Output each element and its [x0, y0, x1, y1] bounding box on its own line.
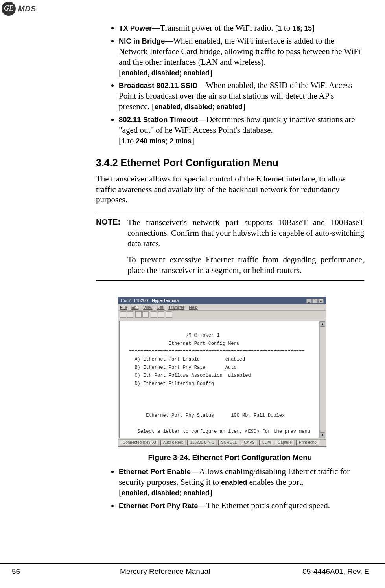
bullet-eth-phy-rate: Ethernet Port Phy Rate—The Ethernet port…: [119, 500, 364, 511]
t-status-l: Ethernet Port Phy Status: [146, 413, 214, 418]
minimize-icon[interactable]: _: [306, 299, 312, 303]
t-rowA-l: A) Ethernet Port Enable: [134, 357, 200, 362]
intro-paragraph: The transceiver allows for special contr…: [96, 174, 364, 205]
note-p2: To prevent excessive Ethernet traffic fr…: [127, 255, 364, 276]
sb-caps: CAPS: [241, 440, 257, 446]
footer-doc-id: 05-4446A01, Rev. E: [302, 567, 369, 576]
terminal-statusbar: Connected 0:49:03 Auto detect 115200 8-N…: [118, 439, 326, 446]
terminal-menubar: File Edit View Call Transfer Help: [118, 304, 326, 311]
t-rowB-l: B) Ethernet Port Phy Rate: [134, 365, 205, 370]
bullet-nic-bridge: NIC in Bridge—When enabled, the WiFi int…: [119, 36, 364, 78]
param-options: enabled, disabled; enabled: [122, 489, 210, 497]
param-desc-b: ]: [243, 102, 245, 111]
kw: enabled: [221, 478, 247, 486]
d2: enables the port.: [247, 477, 303, 487]
ge-logo-icon: GE: [2, 2, 16, 16]
menu-call[interactable]: Call: [157, 305, 164, 310]
note-row: NOTE: The transceiver's network port sup…: [96, 217, 364, 275]
sep: —: [198, 115, 206, 124]
content-column: TX Power—Transmit power of the WiFi radi…: [96, 23, 364, 513]
param-label: Broadcast 802.11 SSID: [119, 81, 198, 90]
bullet-eth-enable: Ethernet Port Enable—Allows enabling/dis…: [119, 466, 364, 498]
terminal-body-wrap: RM @ Tower 1 Ethernet Port Config Menu =…: [119, 321, 325, 438]
toolbar-icon[interactable]: [120, 311, 126, 318]
r-a: 1: [122, 137, 125, 145]
t-h1: RM @ Tower 1: [186, 333, 219, 338]
toolbar-icon[interactable]: [127, 311, 133, 318]
sb-echo: Print echo: [296, 440, 319, 446]
range-high: 18; 15: [292, 24, 312, 32]
r-c: 2 mins: [170, 137, 192, 145]
r-open: [: [119, 136, 122, 145]
sb-auto: Auto detect: [160, 440, 186, 446]
bullet-broadcast-ssid: Broadcast 802.11 SSID—When enabled, the …: [119, 80, 364, 112]
param-label: 802.11 Station Timeout: [119, 115, 198, 124]
bullet-station-timeout: 802.11 Station Timeout—Determines how qu…: [119, 114, 364, 146]
opt-open: [: [119, 488, 122, 497]
param-label: NIC in Bridge: [119, 37, 165, 45]
toolbar-icon[interactable]: [151, 311, 157, 318]
sb-rate: 115200 8-N-1: [187, 440, 217, 446]
terminal-title: Com1 115200 - HyperTerminal: [121, 298, 180, 303]
bullet-list-top: TX Power—Transmit power of the WiFi radi…: [96, 23, 364, 146]
param-options: enabled, disabled; enabled: [122, 69, 210, 77]
menu-transfer[interactable]: Transfer: [168, 305, 184, 310]
terminal-toolbar: [118, 311, 326, 320]
t-rowA-v: enabled: [225, 357, 245, 362]
range-close: ]: [312, 23, 315, 33]
terminal-body[interactable]: RM @ Tower 1 Ethernet Port Config Menu =…: [120, 321, 325, 438]
t-prompt: Select a letter to configure an item, <E…: [138, 429, 310, 434]
sb-scroll: SCROLL: [218, 440, 239, 446]
menu-file[interactable]: File: [120, 305, 127, 310]
close-icon[interactable]: ×: [318, 299, 324, 303]
header-logo: GE MDS: [2, 2, 36, 16]
menu-view[interactable]: View: [143, 305, 153, 310]
sb-cap: Capture: [275, 440, 295, 446]
bullet-tx-power: TX Power—Transmit power of the WiFi radi…: [119, 23, 364, 33]
opt-open: [: [119, 68, 122, 77]
footer-title: Mercury Reference Manual: [120, 567, 210, 576]
sb-num: NUM: [259, 440, 274, 446]
figure-caption: Figure 3-24. Ethernet Port Configuration…: [96, 453, 364, 462]
opt-close: ]: [210, 488, 212, 497]
sep: —: [191, 467, 199, 476]
sep: —: [198, 81, 206, 90]
t-rowD-l: D) Ethernet Filtering Config: [134, 381, 214, 387]
scrollbar[interactable]: ▲ ▼: [319, 321, 325, 438]
maximize-icon[interactable]: □: [312, 299, 318, 303]
scroll-up-icon[interactable]: ▲: [320, 321, 325, 327]
menu-edit[interactable]: Edit: [131, 305, 139, 310]
param-desc: The Ethernet port's configured speed.: [206, 501, 330, 510]
section-heading: 3.4.2 Ethernet Port Configuration Menu: [96, 156, 364, 169]
toolbar-icon[interactable]: [158, 311, 164, 318]
window-buttons: _□×: [306, 298, 324, 303]
bullet-list-bottom: Ethernet Port Enable—Allows enabling/dis…: [96, 466, 364, 511]
terminal-screenshot: Com1 115200 - HyperTerminal _□× File Edi…: [118, 297, 326, 447]
toolbar-icon[interactable]: [166, 311, 172, 318]
sep: —: [198, 501, 206, 510]
r-close: ]: [192, 136, 194, 145]
page: GE MDS TX Power—Transmit power of the Wi…: [0, 0, 385, 588]
param-options: enabled, disabled; enabled: [155, 103, 243, 111]
mds-logo-text: MDS: [18, 5, 36, 13]
opt-close: ]: [210, 68, 212, 77]
sep: —: [152, 23, 160, 33]
range-mid: to: [282, 23, 293, 33]
t-div: ========================================…: [129, 349, 304, 354]
param-label: Ethernet Port Phy Rate: [119, 502, 198, 510]
param-label: TX Power: [119, 24, 152, 32]
toolbar-icon[interactable]: [142, 311, 149, 318]
t-status-v: 100 Mb, Full Duplex: [231, 413, 285, 418]
toolbar-icon[interactable]: [135, 311, 142, 318]
param-label: Ethernet Port Enable: [119, 467, 191, 476]
sep: —: [165, 36, 173, 46]
scroll-down-icon[interactable]: ▼: [320, 432, 325, 438]
note-p1: The transceiver's network port supports …: [127, 217, 364, 249]
sb-conn: Connected 0:49:03: [120, 440, 159, 446]
menu-help[interactable]: Help: [189, 305, 198, 310]
r-b: 240 mins: [136, 137, 166, 145]
page-footer: 56 Mercury Reference Manual 05-4446A01, …: [0, 563, 385, 576]
note-label: NOTE:: [96, 217, 123, 275]
page-number: 56: [12, 567, 28, 576]
t-rowC-l: C) Eth Port Follows Association: [134, 373, 222, 378]
